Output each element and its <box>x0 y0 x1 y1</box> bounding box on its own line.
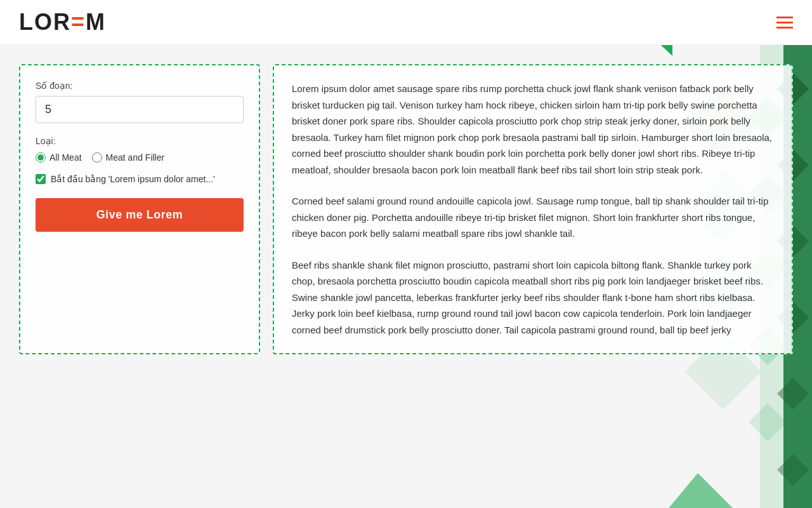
radio-all-meat[interactable]: All Meat <box>36 152 82 163</box>
hamburger-menu-button[interactable] <box>776 17 793 29</box>
lorem-paragraph-3: Beef ribs shankle shank filet mignon pro… <box>292 257 774 338</box>
logo-highlight: = <box>71 9 86 35</box>
hamburger-line-3 <box>776 27 793 29</box>
checkbox-row: Bắt đầu bằng 'Lorem ipsum dolor amet...' <box>36 174 244 184</box>
radio-all-meat-label: All Meat <box>49 152 82 163</box>
lorem-paragraph-1: Lorem ipsum dolor amet sausage spare rib… <box>292 81 774 178</box>
number-label: Số đoạn: <box>36 81 244 91</box>
give-lorem-button[interactable]: Give me Lorem <box>36 198 244 232</box>
header: LOR=M <box>0 0 812 45</box>
radio-meat-filler-input[interactable] <box>92 152 102 163</box>
radio-meat-filler[interactable]: Meat and Filler <box>92 152 165 163</box>
type-label: Loại: <box>36 136 244 146</box>
logo: LOR=M <box>19 9 106 36</box>
radio-group: All Meat Meat and Filler <box>36 152 244 163</box>
svg-marker-17 <box>666 473 736 508</box>
radio-meat-filler-label: Meat and Filler <box>106 152 165 163</box>
lorem-paragraph-2: Corned beef salami ground round andouill… <box>292 193 774 242</box>
left-panel: Số đoạn: Loại: All Meat Meat and Filler … <box>19 64 260 354</box>
radio-all-meat-input[interactable] <box>36 152 46 163</box>
main-content: Số đoạn: Loại: All Meat Meat and Filler … <box>0 45 812 373</box>
hamburger-line-1 <box>776 17 793 18</box>
lorem-text: Lorem ipsum dolor amet sausage spare rib… <box>292 81 774 338</box>
number-input[interactable] <box>36 96 244 123</box>
lorem-start-checkbox[interactable] <box>36 174 46 184</box>
checkbox-label: Bắt đầu bằng 'Lorem ipsum dolor amet...' <box>51 174 215 184</box>
hamburger-line-2 <box>776 22 793 23</box>
right-panel[interactable]: Lorem ipsum dolor amet sausage spare rib… <box>273 64 793 354</box>
logo-text: LOR=M <box>19 9 106 36</box>
